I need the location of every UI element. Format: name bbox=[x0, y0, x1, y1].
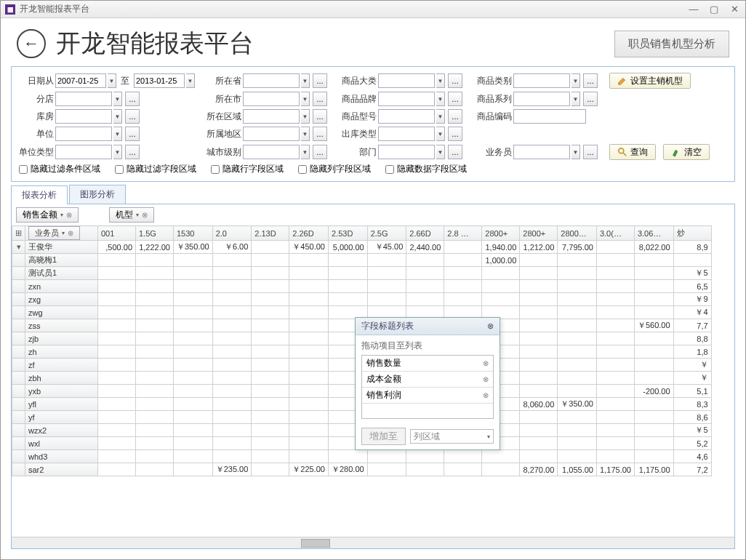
data-cell[interactable] bbox=[558, 306, 597, 319]
data-cell[interactable]: 8,3 bbox=[673, 398, 711, 411]
data-cell[interactable] bbox=[328, 450, 367, 463]
row-header[interactable]: yfl bbox=[25, 398, 98, 411]
data-cell[interactable] bbox=[520, 280, 558, 293]
lookup-button[interactable]: … bbox=[583, 92, 598, 106]
data-cell[interactable] bbox=[212, 319, 252, 332]
data-cell[interactable] bbox=[289, 345, 329, 359]
lookup-button[interactable]: … bbox=[448, 109, 462, 124]
back-button[interactable]: ← bbox=[17, 29, 46, 58]
data-cell[interactable] bbox=[444, 254, 482, 267]
measure-chip[interactable]: 销售金额▾⊗ bbox=[16, 207, 79, 223]
dropdown-icon[interactable]: ▼ bbox=[113, 109, 122, 124]
lookup-button[interactable]: … bbox=[313, 92, 327, 106]
data-cell[interactable] bbox=[212, 450, 252, 463]
data-cell[interactable] bbox=[482, 463, 520, 476]
data-cell[interactable] bbox=[289, 359, 329, 372]
data-cell[interactable]: 6,5 bbox=[673, 280, 711, 293]
maximize-icon[interactable]: ▢ bbox=[707, 4, 721, 15]
data-cell[interactable] bbox=[212, 424, 252, 437]
expand-row[interactable] bbox=[12, 345, 25, 359]
data-cell[interactable] bbox=[406, 254, 444, 267]
data-cell[interactable] bbox=[482, 280, 520, 293]
data-cell[interactable] bbox=[98, 359, 136, 372]
row-header[interactable]: yf bbox=[25, 411, 98, 424]
data-cell[interactable] bbox=[136, 319, 174, 332]
data-cell[interactable] bbox=[252, 293, 289, 306]
data-cell[interactable] bbox=[634, 293, 673, 306]
data-cell[interactable] bbox=[596, 411, 634, 424]
data-cell[interactable] bbox=[252, 332, 289, 345]
data-cell[interactable] bbox=[252, 306, 289, 319]
data-cell[interactable]: 7,795.00 bbox=[558, 241, 597, 254]
lookup-button[interactable]: … bbox=[448, 73, 462, 88]
data-cell[interactable] bbox=[558, 437, 597, 450]
data-cell[interactable] bbox=[212, 437, 252, 450]
data-cell[interactable] bbox=[634, 267, 673, 280]
data-cell[interactable] bbox=[252, 241, 289, 254]
lookup-button[interactable]: … bbox=[313, 109, 327, 124]
rowfield-chip[interactable]: 业务员 ▾⊗ bbox=[28, 226, 80, 240]
data-cell[interactable] bbox=[520, 450, 558, 463]
data-cell[interactable]: 1,055.00 bbox=[558, 463, 597, 476]
data-cell[interactable]: ￥9 bbox=[673, 293, 711, 306]
expand-row[interactable] bbox=[12, 267, 25, 280]
data-cell[interactable] bbox=[212, 345, 252, 359]
data-cell[interactable]: ￥5 bbox=[673, 424, 711, 437]
data-cell[interactable] bbox=[136, 424, 174, 437]
col-header[interactable]: 2.8 … bbox=[444, 226, 482, 241]
data-cell[interactable]: 7,7 bbox=[673, 319, 711, 332]
data-cell[interactable] bbox=[444, 267, 482, 280]
data-cell[interactable]: 1,940.00 bbox=[482, 241, 520, 254]
data-cell[interactable] bbox=[634, 372, 673, 385]
code-input[interactable] bbox=[513, 109, 586, 124]
citylevel-input[interactable] bbox=[243, 145, 300, 159]
row-header[interactable]: yxb bbox=[25, 385, 98, 398]
row-header[interactable]: zxn bbox=[25, 280, 98, 293]
data-cell[interactable] bbox=[289, 411, 329, 424]
data-cell[interactable] bbox=[520, 411, 558, 424]
data-cell[interactable] bbox=[289, 267, 329, 280]
row-header[interactable]: zwg bbox=[25, 306, 98, 319]
data-cell[interactable] bbox=[558, 385, 597, 398]
row-header[interactable]: zxg bbox=[25, 293, 98, 306]
expand-row[interactable] bbox=[12, 319, 25, 332]
expand-all[interactable]: ⊞ bbox=[12, 226, 25, 241]
data-cell[interactable]: 1,175.00 bbox=[596, 463, 634, 476]
col-header[interactable]: 2800+ bbox=[482, 226, 520, 241]
data-cell[interactable] bbox=[174, 463, 213, 476]
data-cell[interactable]: 8,022.00 bbox=[634, 241, 673, 254]
data-cell[interactable] bbox=[596, 345, 634, 359]
dropdown-icon[interactable]: ▼ bbox=[301, 145, 310, 159]
row-header[interactable]: zjb bbox=[25, 332, 98, 345]
expand-row[interactable] bbox=[12, 398, 25, 411]
data-cell[interactable] bbox=[174, 385, 213, 398]
outtype-input[interactable] bbox=[378, 127, 435, 141]
bigcat-input[interactable] bbox=[378, 73, 435, 88]
horizontal-scrollbar[interactable] bbox=[12, 537, 734, 548]
data-cell[interactable] bbox=[289, 424, 329, 437]
data-cell[interactable] bbox=[634, 306, 673, 319]
field-list[interactable]: 销售数量⊗成本金额⊗销售利润⊗ bbox=[361, 355, 494, 419]
data-cell[interactable]: ￥225.00 bbox=[289, 463, 329, 476]
data-cell[interactable] bbox=[673, 254, 711, 267]
chip-close-icon[interactable]: ⊗ bbox=[483, 359, 489, 367]
col-header[interactable]: 2.26D bbox=[289, 226, 329, 241]
colfield-chip[interactable]: 机型▾⊗ bbox=[109, 207, 154, 223]
area-input[interactable] bbox=[243, 127, 300, 141]
data-cell[interactable] bbox=[596, 254, 634, 267]
data-cell[interactable] bbox=[520, 345, 558, 359]
chevron-down-icon[interactable]: ▾ bbox=[60, 212, 63, 218]
query-button[interactable]: 查询 bbox=[609, 144, 656, 160]
row-header[interactable]: zh bbox=[25, 345, 98, 359]
data-cell[interactable] bbox=[289, 319, 329, 332]
tab-chart[interactable]: 图形分析 bbox=[69, 185, 126, 204]
data-cell[interactable] bbox=[406, 267, 444, 280]
data-cell[interactable]: 2,440.00 bbox=[406, 241, 444, 254]
data-cell[interactable] bbox=[98, 463, 136, 476]
data-cell[interactable] bbox=[212, 280, 252, 293]
dropdown-icon[interactable]: ▼ bbox=[571, 92, 580, 106]
data-cell[interactable] bbox=[558, 332, 597, 345]
data-cell[interactable] bbox=[252, 267, 289, 280]
data-cell[interactable] bbox=[289, 385, 329, 398]
field-list-title[interactable]: 字段标题列表 ⊗ bbox=[356, 318, 500, 335]
